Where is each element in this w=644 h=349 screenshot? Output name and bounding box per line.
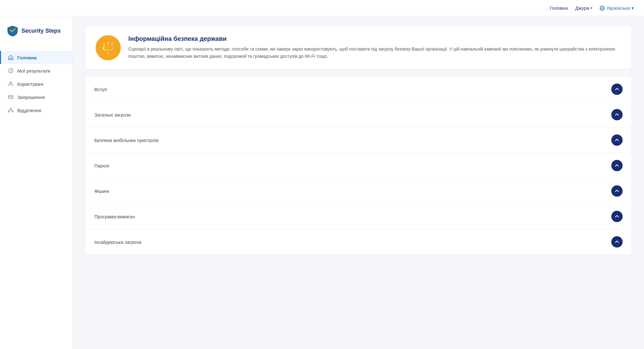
user-chevron-icon: ▾ [591,6,592,10]
module-name-insider: Інсайдерська загроза [94,239,141,245]
svg-point-8 [10,108,11,109]
main-content: 🔱 Інформаційна безпека держави Сценарії … [73,16,644,349]
module-expand-btn-threats[interactable] [611,109,623,120]
topbar-lang-link[interactable]: Українська ▾ [600,5,634,11]
org-icon [8,107,14,113]
module-list: ВступЗагальні загрозиБезпека мобільних п… [86,77,631,254]
sidebar-logo: Security Steps [0,25,73,45]
module-expand-btn-insider[interactable] [611,236,623,248]
module-item-passwords[interactable]: Паролі [86,153,631,178]
topbar: Головна Джура ▾ Українська ▾ [0,0,644,16]
user-icon [8,81,14,87]
module-expand-btn-ransomware[interactable] [611,211,623,222]
sidebar-item-results-label: Мої результати [17,68,50,74]
globe-icon [600,6,605,11]
module-expand-btn-passwords[interactable] [611,160,623,171]
sidebar-item-home[interactable]: Головна [0,51,73,64]
campaign-icon: 🔱 [96,35,121,60]
module-expand-btn-mobile[interactable] [611,134,623,146]
svg-rect-7 [8,95,13,99]
svg-line-4 [11,69,12,71]
topbar-user-link[interactable]: Джура ▾ [575,5,592,11]
svg-point-9 [8,111,9,112]
sidebar-item-departments[interactable]: Відділення [0,104,73,117]
module-expand-btn-intro[interactable] [611,84,623,95]
campaign-card: 🔱 Інформаційна безпека держави Сценарії … [86,26,631,69]
sidebar-item-users-label: Користувачі [17,81,43,87]
module-expand-btn-phishing[interactable] [611,185,623,197]
module-item-mobile[interactable]: Безпека мобільних пристроїв [86,128,631,153]
mail-icon [8,94,14,100]
chart-icon [8,68,14,74]
sidebar-item-departments-label: Відділення [17,108,41,113]
home-icon [8,55,14,60]
module-name-passwords: Паролі [94,163,109,168]
sidebar-item-invitations[interactable]: Запрошення [0,90,73,104]
lang-chevron-icon: ▾ [631,5,634,11]
sidebar-nav: Головна Мої результати [0,45,73,123]
sidebar-item-results[interactable]: Мої результати [0,64,73,77]
module-name-mobile: Безпека мобільних пристроїв [94,138,158,143]
shield-logo-icon [7,25,18,36]
campaign-text: Інформаційна безпека держави Сценарії в … [128,35,621,60]
module-name-phishing: Фішинг [94,188,110,194]
sidebar-item-home-label: Головна [17,55,37,60]
sidebar-item-invitations-label: Запрошення [17,95,45,100]
topbar-home-link[interactable]: Головна [550,5,568,11]
sidebar: Security Steps Головна [0,16,73,349]
sidebar-title: Security Steps [21,28,61,34]
module-item-intro[interactable]: Вступ [86,77,631,102]
svg-point-10 [12,111,13,112]
campaign-title: Інформаційна безпека держави [128,35,621,42]
module-item-threats[interactable]: Загальні загрози [86,102,631,128]
module-item-phishing[interactable]: Фішинг [86,178,631,204]
svg-point-6 [10,82,12,84]
campaign-description: Сценарії в реальному світі, що показують… [128,46,621,60]
module-name-ransomware: Програма-вимагач [94,214,135,219]
module-item-ransomware[interactable]: Програма-вимагач [86,204,631,229]
module-item-insider[interactable]: Інсайдерська загроза [86,229,631,254]
module-name-threats: Загальні загрози [94,112,131,117]
module-name-intro: Вступ [94,87,107,92]
sidebar-item-users[interactable]: Користувачі [0,77,73,90]
